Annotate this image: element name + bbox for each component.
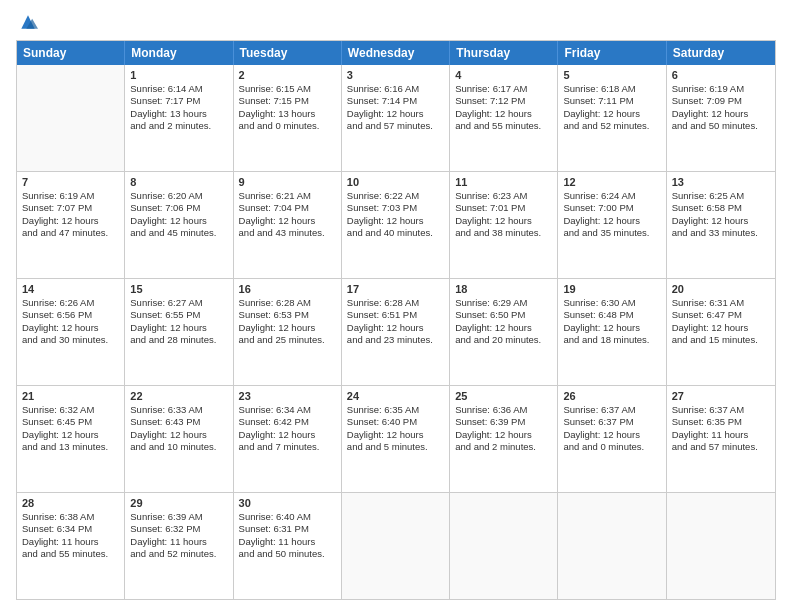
daylight-text-2: and and 25 minutes. — [239, 334, 336, 346]
calendar-cell-day-8: 8Sunrise: 6:20 AMSunset: 7:06 PMDaylight… — [125, 172, 233, 278]
day-number: 28 — [22, 497, 119, 509]
sunrise-text: Sunrise: 6:22 AM — [347, 190, 444, 202]
header — [16, 12, 776, 32]
sunrise-text: Sunrise: 6:24 AM — [563, 190, 660, 202]
sunset-text: Sunset: 6:42 PM — [239, 416, 336, 428]
calendar-cell-day-15: 15Sunrise: 6:27 AMSunset: 6:55 PMDayligh… — [125, 279, 233, 385]
day-number: 14 — [22, 283, 119, 295]
sunset-text: Sunset: 6:48 PM — [563, 309, 660, 321]
daylight-text-1: Daylight: 11 hours — [22, 536, 119, 548]
logo-icon — [18, 12, 38, 32]
sunrise-text: Sunrise: 6:23 AM — [455, 190, 552, 202]
sunset-text: Sunset: 7:15 PM — [239, 95, 336, 107]
day-number: 7 — [22, 176, 119, 188]
sunrise-text: Sunrise: 6:40 AM — [239, 511, 336, 523]
daylight-text-1: Daylight: 12 hours — [130, 429, 227, 441]
day-number: 2 — [239, 69, 336, 81]
day-number: 24 — [347, 390, 444, 402]
sunset-text: Sunset: 6:47 PM — [672, 309, 770, 321]
daylight-text-1: Daylight: 12 hours — [672, 322, 770, 334]
calendar-cell-day-27: 27Sunrise: 6:37 AMSunset: 6:35 PMDayligh… — [667, 386, 775, 492]
calendar-cell-day-1: 1Sunrise: 6:14 AMSunset: 7:17 PMDaylight… — [125, 65, 233, 171]
daylight-text-2: and and 35 minutes. — [563, 227, 660, 239]
daylight-text-2: and and 57 minutes. — [672, 441, 770, 453]
sunset-text: Sunset: 6:56 PM — [22, 309, 119, 321]
day-number: 4 — [455, 69, 552, 81]
daylight-text-1: Daylight: 13 hours — [130, 108, 227, 120]
calendar-cell-day-9: 9Sunrise: 6:21 AMSunset: 7:04 PMDaylight… — [234, 172, 342, 278]
daylight-text-1: Daylight: 12 hours — [563, 429, 660, 441]
daylight-text-2: and and 18 minutes. — [563, 334, 660, 346]
daylight-text-2: and and 40 minutes. — [347, 227, 444, 239]
sunrise-text: Sunrise: 6:28 AM — [239, 297, 336, 309]
sunrise-text: Sunrise: 6:33 AM — [130, 404, 227, 416]
day-number: 16 — [239, 283, 336, 295]
sunset-text: Sunset: 7:14 PM — [347, 95, 444, 107]
sunrise-text: Sunrise: 6:16 AM — [347, 83, 444, 95]
calendar-cell-empty — [667, 493, 775, 599]
day-number: 12 — [563, 176, 660, 188]
sunset-text: Sunset: 6:45 PM — [22, 416, 119, 428]
daylight-text-2: and and 52 minutes. — [130, 548, 227, 560]
calendar-cell-day-10: 10Sunrise: 6:22 AMSunset: 7:03 PMDayligh… — [342, 172, 450, 278]
sunrise-text: Sunrise: 6:36 AM — [455, 404, 552, 416]
day-number: 25 — [455, 390, 552, 402]
daylight-text-2: and and 7 minutes. — [239, 441, 336, 453]
sunset-text: Sunset: 6:39 PM — [455, 416, 552, 428]
calendar-cell-day-17: 17Sunrise: 6:28 AMSunset: 6:51 PMDayligh… — [342, 279, 450, 385]
day-number: 13 — [672, 176, 770, 188]
daylight-text-1: Daylight: 12 hours — [455, 322, 552, 334]
page: SundayMondayTuesdayWednesdayThursdayFrid… — [0, 0, 792, 612]
day-number: 10 — [347, 176, 444, 188]
daylight-text-1: Daylight: 12 hours — [130, 215, 227, 227]
daylight-text-2: and and 23 minutes. — [347, 334, 444, 346]
sunrise-text: Sunrise: 6:19 AM — [22, 190, 119, 202]
day-number: 15 — [130, 283, 227, 295]
daylight-text-2: and and 13 minutes. — [22, 441, 119, 453]
sunrise-text: Sunrise: 6:27 AM — [130, 297, 227, 309]
sunrise-text: Sunrise: 6:19 AM — [672, 83, 770, 95]
calendar-cell-day-19: 19Sunrise: 6:30 AMSunset: 6:48 PMDayligh… — [558, 279, 666, 385]
day-number: 23 — [239, 390, 336, 402]
sunset-text: Sunset: 7:12 PM — [455, 95, 552, 107]
day-number: 21 — [22, 390, 119, 402]
calendar-cell-day-4: 4Sunrise: 6:17 AMSunset: 7:12 PMDaylight… — [450, 65, 558, 171]
calendar-cell-day-22: 22Sunrise: 6:33 AMSunset: 6:43 PMDayligh… — [125, 386, 233, 492]
daylight-text-1: Daylight: 12 hours — [22, 215, 119, 227]
daylight-text-1: Daylight: 12 hours — [130, 322, 227, 334]
daylight-text-1: Daylight: 11 hours — [239, 536, 336, 548]
daylight-text-1: Daylight: 12 hours — [347, 215, 444, 227]
sunrise-text: Sunrise: 6:18 AM — [563, 83, 660, 95]
logo — [16, 12, 38, 32]
daylight-text-2: and and 0 minutes. — [563, 441, 660, 453]
sunset-text: Sunset: 6:51 PM — [347, 309, 444, 321]
sunset-text: Sunset: 6:31 PM — [239, 523, 336, 535]
daylight-text-1: Daylight: 12 hours — [455, 429, 552, 441]
calendar-cell-day-12: 12Sunrise: 6:24 AMSunset: 7:00 PMDayligh… — [558, 172, 666, 278]
calendar-cell-day-6: 6Sunrise: 6:19 AMSunset: 7:09 PMDaylight… — [667, 65, 775, 171]
daylight-text-1: Daylight: 12 hours — [672, 108, 770, 120]
daylight-text-2: and and 5 minutes. — [347, 441, 444, 453]
sunrise-text: Sunrise: 6:30 AM — [563, 297, 660, 309]
calendar-cell-empty — [558, 493, 666, 599]
day-number: 27 — [672, 390, 770, 402]
calendar-header: SundayMondayTuesdayWednesdayThursdayFrid… — [17, 41, 775, 65]
day-number: 30 — [239, 497, 336, 509]
daylight-text-1: Daylight: 12 hours — [239, 429, 336, 441]
daylight-text-2: and and 2 minutes. — [455, 441, 552, 453]
daylight-text-1: Daylight: 12 hours — [239, 215, 336, 227]
sunset-text: Sunset: 6:40 PM — [347, 416, 444, 428]
day-number: 1 — [130, 69, 227, 81]
sunset-text: Sunset: 7:07 PM — [22, 202, 119, 214]
sunrise-text: Sunrise: 6:21 AM — [239, 190, 336, 202]
day-number: 17 — [347, 283, 444, 295]
sunset-text: Sunset: 6:58 PM — [672, 202, 770, 214]
daylight-text-2: and and 45 minutes. — [130, 227, 227, 239]
sunrise-text: Sunrise: 6:34 AM — [239, 404, 336, 416]
daylight-text-2: and and 38 minutes. — [455, 227, 552, 239]
daylight-text-2: and and 55 minutes. — [455, 120, 552, 132]
sunset-text: Sunset: 7:01 PM — [455, 202, 552, 214]
daylight-text-1: Daylight: 12 hours — [672, 215, 770, 227]
daylight-text-1: Daylight: 12 hours — [22, 322, 119, 334]
daylight-text-2: and and 2 minutes. — [130, 120, 227, 132]
